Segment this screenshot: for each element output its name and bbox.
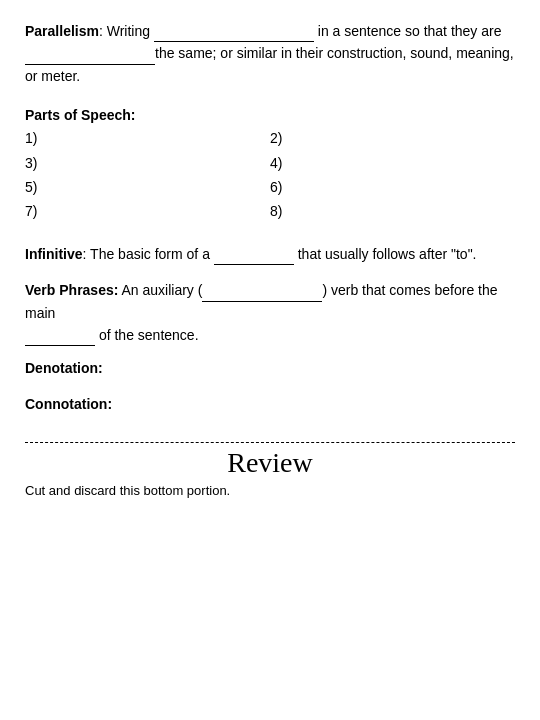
cut-discard-text: Cut and discard this bottom portion. <box>25 483 515 498</box>
infinitive-blank <box>214 264 294 265</box>
connotation-label: Connotation: <box>25 396 515 412</box>
parallelism-text2: in a sentence so that they are <box>314 23 502 39</box>
infinitive-text1: : The basic form of a <box>83 246 214 262</box>
section-verb-phrases: Verb Phrases: An auxiliary () verb that … <box>25 279 515 346</box>
page: Parallelism: Writing in a sentence so th… <box>0 0 540 720</box>
parallelism-blank1 <box>154 41 314 42</box>
parts-grid: 1) 2) 3) 4) 5) 6) 7) 8) <box>25 127 515 223</box>
verb-phrases-blank2 <box>25 345 95 346</box>
part-item-8: 8) <box>270 200 515 222</box>
part-item-7: 7) <box>25 200 270 222</box>
part-item-5: 5) <box>25 176 270 198</box>
review-title: Review <box>25 447 515 479</box>
part-item-4: 4) <box>270 152 515 174</box>
part-item-6: 6) <box>270 176 515 198</box>
denotation-label: Denotation: <box>25 360 515 376</box>
verb-phrases-blank1 <box>202 301 322 302</box>
infinitive-label: Infinitive <box>25 246 83 262</box>
part-item-1: 1) <box>25 127 270 149</box>
verb-phrases-text: Verb Phrases: An auxiliary () verb that … <box>25 279 515 346</box>
part-item-3: 3) <box>25 152 270 174</box>
part-item-2: 2) <box>270 127 515 149</box>
verb-phrases-text1: An auxiliary ( <box>118 282 202 298</box>
section-parallelism: Parallelism: Writing in a sentence so th… <box>25 20 515 87</box>
review-section: Review Cut and discard this bottom porti… <box>25 442 515 498</box>
infinitive-text: Infinitive: The basic form of a that usu… <box>25 243 515 265</box>
infinitive-text2: that usually follows after "to". <box>294 246 477 262</box>
parts-of-speech-label: Parts of Speech: <box>25 107 515 123</box>
section-infinitive: Infinitive: The basic form of a that usu… <box>25 243 515 265</box>
section-connotation: Connotation: <box>25 396 515 412</box>
parallelism-blank2 <box>25 64 155 65</box>
parallelism-label: Parallelism <box>25 23 99 39</box>
parallelism-text: Parallelism: Writing in a sentence so th… <box>25 20 515 87</box>
verb-phrases-text3: of the sentence. <box>95 327 199 343</box>
section-parts-of-speech: Parts of Speech: 1) 2) 3) 4) 5) 6) 7) 8) <box>25 107 515 223</box>
section-denotation: Denotation: <box>25 360 515 376</box>
parallelism-text1: : Writing <box>99 23 154 39</box>
verb-phrases-label: Verb Phrases: <box>25 282 118 298</box>
